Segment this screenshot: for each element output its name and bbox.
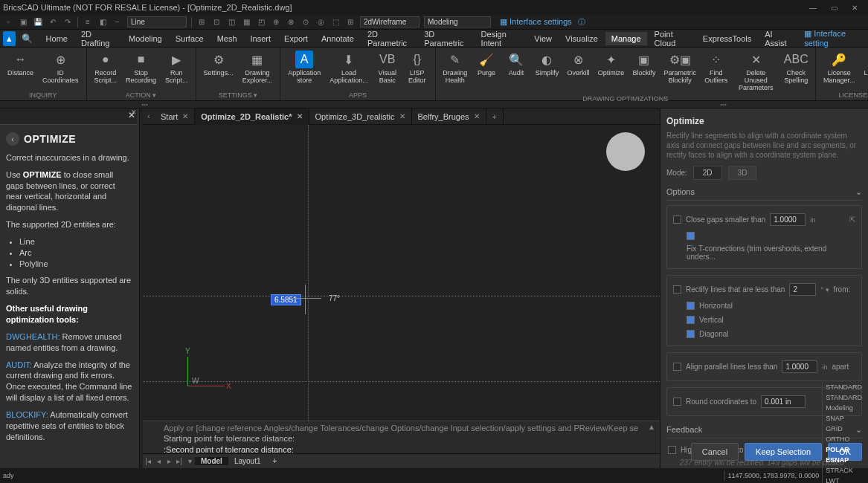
maximize-button[interactable]: ▭: [823, 0, 844, 15]
tab-model[interactable]: Model: [195, 457, 228, 465]
rectify-value-input[interactable]: [789, 283, 816, 296]
menu-express-tools[interactable]: ExpressTools: [697, 32, 757, 45]
qat-tool-a-icon[interactable]: ⊞: [196, 17, 207, 27]
qat-tool-k-icon[interactable]: ⊞: [345, 17, 356, 27]
menu-modeling[interactable]: Modeling: [123, 32, 168, 45]
visual-style-dropdown[interactable]: 2dWireframe: [360, 16, 419, 27]
keep-selection-button[interactable]: Keep Selection: [745, 443, 822, 461]
status-standard[interactable]: STANDARD: [822, 392, 865, 403]
close-icon[interactable]: ✕: [474, 112, 480, 120]
ribbon-blockify-button[interactable]: ▣Blockify: [629, 49, 660, 94]
diagonal-checkbox[interactable]: [687, 330, 695, 338]
status-strack[interactable]: STRACK: [822, 465, 865, 476]
align-checkbox[interactable]: [673, 363, 681, 371]
qat-tool-h-icon[interactable]: ⊙: [300, 17, 311, 27]
ribbon-application-store-button[interactable]: AApplicationstore: [283, 49, 325, 90]
status-grid[interactable]: GRID: [822, 424, 865, 434]
menu-home[interactable]: Home: [40, 32, 74, 45]
status-ortho[interactable]: ORTHO: [822, 434, 865, 444]
menu-manage[interactable]: Manage: [605, 32, 647, 45]
cmd-expand-icon[interactable]: ▲: [648, 423, 655, 431]
add-layout-button[interactable]: +: [266, 457, 283, 465]
ribbon-id-coordinates-button[interactable]: ⊕IDCoordinates: [38, 49, 83, 90]
ribbon-overkill-button[interactable]: ⊗Overkill: [563, 49, 594, 94]
status-polar[interactable]: POLAR: [822, 444, 865, 455]
ms-first-icon[interactable]: |◂: [143, 457, 153, 465]
ribbon-settings--button[interactable]: ⚙Settings...: [199, 49, 238, 90]
qat-open-icon[interactable]: ▣: [18, 17, 28, 27]
ribbon-license-manager--button[interactable]: 🔑LicenseManager...: [819, 49, 860, 90]
ribbon-audit-button[interactable]: 🔍Audit: [501, 49, 531, 94]
ribbon-visual-basic-button[interactable]: VBVisualBasic: [373, 49, 402, 90]
close-button[interactable]: ✕: [844, 0, 865, 15]
ribbon-simplify-button[interactable]: ◐Simplify: [531, 49, 563, 94]
tabs-scroll-left-icon[interactable]: ‹: [143, 112, 155, 120]
menu-3d-parametric[interactable]: 3D Parametric: [418, 27, 473, 50]
search-icon[interactable]: 🔍: [22, 33, 33, 44]
qat-tool-i-icon[interactable]: ◎: [315, 17, 326, 27]
add-tab-button[interactable]: +: [486, 108, 504, 125]
menu-2d-drafting[interactable]: 2D Drafting: [75, 27, 121, 50]
horizontal-checkbox[interactable]: [687, 302, 695, 310]
rectify-checkbox[interactable]: [673, 285, 681, 294]
status-esnap[interactable]: ESNAP: [822, 455, 865, 465]
round-checkbox[interactable]: [673, 398, 681, 406]
qat-tool-f-icon[interactable]: ⊕: [271, 17, 281, 27]
qat-layer-icon[interactable]: ≡: [83, 17, 93, 27]
workspace-dropdown[interactable]: Modeling: [424, 16, 491, 27]
status-standard[interactable]: STANDARD: [822, 382, 865, 392]
menu-mesh[interactable]: Mesh: [211, 32, 243, 45]
qat-tool-c-icon[interactable]: ◫: [226, 17, 237, 27]
ribbon-distance-button[interactable]: ↔Distance: [3, 49, 38, 90]
qat-tool-e-icon[interactable]: ◰: [256, 17, 266, 27]
rectify-unit-dd[interactable]: ° ▾: [820, 286, 829, 294]
vertical-checkbox[interactable]: [687, 316, 695, 324]
status-lwt[interactable]: LWT: [822, 476, 865, 483]
ribbon-drawing-health-button[interactable]: ✎DrawingHealth: [439, 49, 472, 94]
qat-tool-g-icon[interactable]: ⊗: [286, 17, 296, 27]
ribbon-drawing-explorer--button[interactable]: ▦DrawingExplorer...: [238, 49, 277, 90]
ms-next-icon[interactable]: ▸: [164, 457, 174, 465]
menu-annotate[interactable]: Annotate: [315, 32, 360, 45]
close-icon[interactable]: ✕: [297, 112, 303, 120]
ribbon-parametric-blockify-button[interactable]: ⚙▣ParametricBlockify: [660, 49, 701, 94]
close-gaps-checkbox[interactable]: [673, 215, 681, 224]
tconnections-checkbox[interactable]: [687, 232, 695, 240]
ribbon-license-trial-button[interactable]: 📄LicenseTrial: [859, 49, 868, 90]
menu-insert[interactable]: Insert: [245, 32, 277, 45]
ribbon-optimize-button[interactable]: ✦Optimize: [594, 49, 629, 94]
tab-optimize-3d[interactable]: Optimize_3D_realistic✕: [309, 108, 412, 125]
left-panel-close-icon[interactable]: ✕: [129, 108, 139, 119]
menu-export[interactable]: Export: [278, 32, 314, 45]
back-icon[interactable]: ‹: [6, 132, 19, 146]
ribbon-run-script--button[interactable]: ▶RunScript...: [161, 49, 193, 90]
app-logo-icon[interactable]: ▲: [3, 31, 16, 46]
tab-belfry[interactable]: Belfry_Bruges✕: [412, 108, 486, 125]
ribbon-find-outliers-button[interactable]: ⁘FindOutliers: [701, 49, 732, 94]
cancel-button[interactable]: Cancel: [691, 443, 739, 461]
tab-optimize-2d[interactable]: Optimize_2D_Realistic*✕: [195, 108, 309, 125]
ribbon-load-application--button[interactable]: ⬇LoadApplication...: [325, 49, 373, 90]
menu-design-intent[interactable]: Design Intent: [475, 27, 527, 50]
close-icon[interactable]: ✕: [182, 112, 188, 120]
options-section-header[interactable]: Options⌄: [666, 184, 862, 201]
interface-setting-right[interactable]: ▦ Interface setting: [800, 27, 865, 50]
menu-surface[interactable]: Surface: [170, 32, 210, 45]
ribbon-lisp-editor-button[interactable]: {}LISPEditor: [402, 49, 432, 90]
qat-color-icon[interactable]: ◧: [97, 17, 108, 27]
ribbon-stop-recording-button[interactable]: ■StopRecording: [121, 49, 161, 90]
qat-help-icon[interactable]: ⓘ: [576, 17, 587, 27]
mode-3d-button[interactable]: 3D: [728, 166, 757, 180]
round-value-dropdown[interactable]: 0.001 in: [761, 395, 806, 408]
ms-prev-icon[interactable]: ◂: [153, 457, 164, 465]
tab-layout1[interactable]: Layout1: [228, 457, 267, 465]
tab-start[interactable]: Start✕: [155, 108, 195, 125]
status-modeling[interactable]: Modeling: [822, 403, 865, 413]
menu-2d-parametric[interactable]: 2D Parametric: [361, 27, 417, 50]
qat-redo-icon[interactable]: ↷: [62, 17, 73, 27]
menu-point-cloud[interactable]: Point Cloud: [649, 27, 695, 50]
gap-value-input[interactable]: [770, 213, 806, 226]
close-icon[interactable]: ✕: [399, 112, 405, 120]
interface-settings-link[interactable]: ▦ Interface settings: [500, 17, 572, 27]
pick-distance-icon[interactable]: ⇱: [849, 215, 855, 224]
